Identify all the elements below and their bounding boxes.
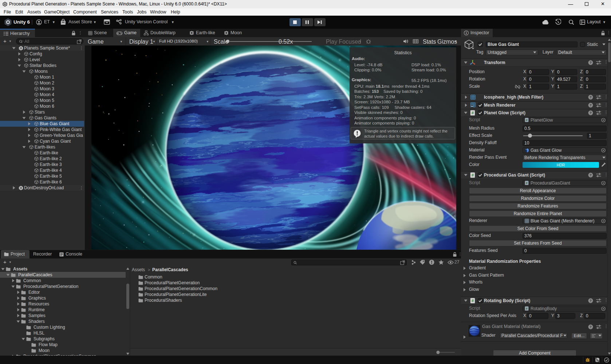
svg-text:Assets: Assets xyxy=(13,266,28,272)
svg-text:Level: Level xyxy=(29,57,40,62)
svg-text:#: # xyxy=(526,181,528,185)
svg-text:Common: Common xyxy=(23,278,41,283)
svg-text:?: ? xyxy=(590,111,592,115)
svg-text:#: # xyxy=(526,307,528,310)
svg-text:Earth-likes: Earth-likes xyxy=(35,145,55,150)
svg-text:Earth-like 2: Earth-like 2 xyxy=(40,156,62,161)
svg-text:Subgraphs: Subgraphs xyxy=(33,336,55,341)
svg-text:ProceduralPlanetGeneration: ProceduralPlanetGeneration xyxy=(23,284,78,289)
svg-text:ParallelCascades: ParallelCascades xyxy=(18,272,52,277)
svg-text:⋮: ⋮ xyxy=(79,186,83,190)
svg-text:Earth-like: Earth-like xyxy=(40,150,58,155)
svg-text:#: # xyxy=(472,111,474,115)
svg-text:ProceduralShaders: ProceduralShaders xyxy=(145,298,182,303)
svg-text:ProceduralPlanetGeneration: ProceduralPlanetGeneration xyxy=(145,280,200,285)
svg-text:ParallelCascades: ParallelCascades xyxy=(152,267,188,272)
svg-text:DontDestroyOnLoad: DontDestroyOnLoad xyxy=(24,185,64,190)
svg-text:Gas Giants: Gas Giants xyxy=(35,115,56,120)
svg-text:Runtime: Runtime xyxy=(28,307,45,312)
svg-text:HLSL: HLSL xyxy=(33,331,44,336)
svg-text:Resources: Resources xyxy=(28,301,49,306)
svg-text:Moon 6: Moon 6 xyxy=(40,104,54,109)
svg-text:⋮: ⋮ xyxy=(79,46,83,50)
svg-text:?: ? xyxy=(590,95,592,99)
svg-text:Samples: Samples xyxy=(28,313,46,318)
svg-text:Cyan Gas Giant: Cyan Gas Giant xyxy=(40,139,71,144)
svg-text:Moons: Moons xyxy=(35,69,48,74)
svg-text:?: ? xyxy=(590,298,592,302)
svg-text:Moon 3: Moon 3 xyxy=(40,86,54,91)
svg-text:#: # xyxy=(472,173,474,177)
svg-text:?: ? xyxy=(590,173,592,177)
svg-text:Stars: Stars xyxy=(35,110,45,115)
svg-text:Moon 1: Moon 1 xyxy=(40,75,54,80)
svg-text:?: ? xyxy=(590,325,592,329)
svg-text:#: # xyxy=(526,118,528,122)
svg-text:Earth-like 5: Earth-like 5 xyxy=(40,174,62,179)
svg-text:Moon 4: Moon 4 xyxy=(40,92,54,97)
svg-text:Earth-like 6: Earth-like 6 xyxy=(40,179,62,185)
svg-text:Common: Common xyxy=(145,274,162,280)
svg-text:Assets: Assets xyxy=(132,267,145,272)
svg-text:Pink-White Gas Giant: Pink-White Gas Giant xyxy=(40,127,82,132)
svg-text:>: > xyxy=(148,268,150,272)
svg-text:Moon 2: Moon 2 xyxy=(40,80,54,86)
svg-text:ProceduralPlanetGenerationComm: ProceduralPlanetGenerationCommon xyxy=(145,286,217,291)
svg-text:Blue Gas Giant: Blue Gas Giant xyxy=(40,121,70,126)
svg-text:Flow Map: Flow Map xyxy=(39,342,58,347)
svg-text:Shaders: Shaders xyxy=(28,319,45,324)
svg-text:Moon: Moon xyxy=(39,348,50,353)
svg-text:Moon 5: Moon 5 xyxy=(40,98,54,103)
svg-text:Stellar Bodies: Stellar Bodies xyxy=(29,63,56,68)
svg-text:Planets Sample Scene*: Planets Sample Scene* xyxy=(24,46,70,51)
svg-text:?: ? xyxy=(590,60,592,64)
svg-text:Earth-like 3: Earth-like 3 xyxy=(40,162,62,167)
svg-text:Graphics: Graphics xyxy=(28,296,46,301)
svg-text:Editor: Editor xyxy=(28,290,40,295)
svg-text:Custom Lighting: Custom Lighting xyxy=(33,325,65,330)
svg-text:#: # xyxy=(472,298,474,303)
svg-text:ProceduralPlanetGenerationLite: ProceduralPlanetGenerationLite xyxy=(145,292,207,297)
svg-text:Green-Yellow Gas Gia: Green-Yellow Gas Gia xyxy=(40,133,83,138)
svg-text:Config: Config xyxy=(29,51,42,56)
svg-text:?: ? xyxy=(590,103,592,107)
svg-text:Earth-like 4: Earth-like 4 xyxy=(40,168,62,173)
